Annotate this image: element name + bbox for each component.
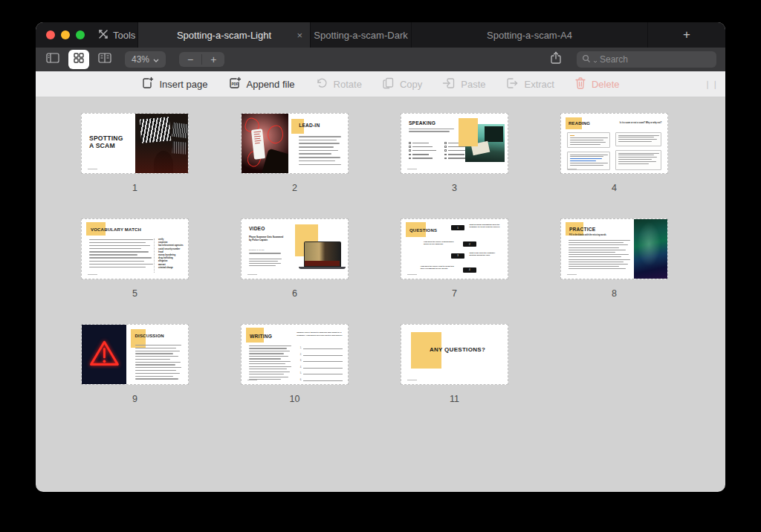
page-thumbnail-6[interactable]: VIDEO Phone Scammer Gets Scammed by Poli… [241,218,349,279]
page-number: 10 [290,394,300,404]
search-input[interactable] [600,54,689,65]
rotate-label: Rotate [334,79,362,90]
slide-title: LEAD-IN [299,123,320,128]
tab-spotting-a-scam-dark[interactable]: Spotting-a-scam-Dark [310,22,411,48]
slide-title: ANY QUESTIONS? [430,346,485,353]
slide-title: SPOTTINGA SCAM [89,134,123,149]
page-thumbnail-9[interactable]: DISCUSSION [81,324,189,385]
tab-spotting-a-scam-a4[interactable]: Spotting-a-scam-A4 [411,22,647,48]
zoom-level-dropdown[interactable]: 43% [125,51,166,68]
page-thumbnail-5[interactable]: VOCABULARY MATCH verifysuspicion law enf… [81,218,189,279]
minimize-window-button[interactable] [61,30,70,39]
insert-page-button[interactable]: Insert page [141,77,207,92]
chevron-down-icon [153,54,159,65]
slide-question: Is it a scam or not a scam? Why or why n… [620,122,664,125]
delete-label: Delete [592,79,620,90]
page-thumbnail-7[interactable]: QUESTIONS 1 What personal information do… [401,218,508,279]
page-actions-toolbar: Insert page PDF Append file Rotate [36,71,725,97]
page-cell: DISCUSSION 9 [55,324,215,429]
tab-label: Spotting-a-scam-A4 [487,30,572,41]
share-button[interactable] [550,51,562,68]
close-tab-icon[interactable]: × [297,30,302,41]
two-page-view-button[interactable] [95,51,114,68]
page-thumbnail-2[interactable]: LEAD-IN [241,113,349,174]
copy-label: Copy [400,79,422,90]
slide-photo [135,114,189,173]
tools-menu-button[interactable]: Tools [98,29,135,42]
page-thumbnail-8[interactable]: PRACTICE Fill in the blanks with the mis… [560,218,668,279]
insert-page-label: Insert page [159,79,207,90]
slide-title: SPEAKING [409,120,435,126]
append-file-label: Append file [247,79,295,90]
laptop-image [301,241,343,271]
slide-instruction: Imagine you're talking to someone who mi… [297,331,343,337]
warning-triangle-icon [89,334,120,372]
toolbar-overflow-handle[interactable]: ❘❘ [705,80,719,89]
slide-title: DISCUSSION [135,334,164,338]
page-number: 3 [452,183,457,193]
page-cell: QUESTIONS 1 What personal information do… [375,218,534,324]
page-number: 9 [132,394,137,404]
slide-title: VOCABULARY MATCH [91,227,141,232]
page-number: 1 [132,183,137,193]
page-thumbnail-11[interactable]: ANY QUESTIONS? [401,324,508,385]
copy-button[interactable]: Copy [382,77,422,92]
tab-label: Spotting-a-scam-Dark [314,30,407,41]
thumbnail-grid-view-button[interactable] [68,50,89,69]
grid-view-icon [74,53,84,66]
view-toolbar: 43% − + [36,48,725,71]
tools-label: Tools [113,30,135,41]
extract-label: Extract [524,79,554,90]
rotate-button[interactable]: Rotate [315,77,362,92]
page-cell: ANY QUESTIONS? 11 [375,324,534,429]
close-window-button[interactable] [46,30,55,39]
zoom-in-button[interactable]: + [202,52,224,67]
new-tab-button[interactable]: + [647,22,725,48]
page-cell: SPOTTINGA SCAM 1 [55,113,215,218]
page-cell: VOCABULARY MATCH verifysuspicion law enf… [55,218,215,324]
title-bar: Tools Spotting-a-scam-Light × Spotting-a… [36,22,725,48]
search-icon [582,53,591,66]
zoom-out-button[interactable]: − [179,52,201,67]
slide-title: READING [569,121,590,126]
page-number: 5 [132,288,137,299]
chevron-down-icon [593,53,598,66]
delete-button[interactable]: Delete [574,77,620,92]
append-file-button[interactable]: PDF Append file [228,77,295,92]
page-thumbnail-4[interactable]: READING Is it a scam or not a scam? Why … [560,113,668,174]
sidebar-icon [46,53,59,66]
tools-icon [98,29,109,42]
sidebar-toggle-button[interactable] [43,51,62,68]
page-number: 4 [612,183,617,193]
page-number: 7 [452,288,457,299]
rotate-icon [315,77,328,92]
copy-icon [382,77,395,92]
two-page-view-icon [98,53,111,66]
warning-photo [82,325,126,384]
paste-icon [442,77,456,92]
page-thumbnail-1[interactable]: SPOTTINGA SCAM [81,113,189,174]
insert-page-icon [141,77,154,92]
slide-title: WRITING [250,334,272,339]
trash-icon [574,77,586,92]
share-icon [550,54,562,67]
page-cell: SPEAKING 3 [375,113,534,218]
svg-text:PDF: PDF [231,82,238,85]
zoom-level-value: 43% [132,54,149,65]
zoom-stepper: − + [179,52,224,67]
page-thumbnail-3[interactable]: SPEAKING [401,113,508,174]
slide-title: PRACTICE [569,227,595,232]
search-field[interactable] [577,51,716,68]
extract-button[interactable]: Extract [505,77,554,92]
vocabulary-words: verifysuspicion law enforcement agencies… [158,239,187,270]
window-controls: Tools [36,22,137,48]
append-file-icon: PDF [228,77,242,92]
tab-spotting-a-scam-light[interactable]: Spotting-a-scam-Light × [137,22,310,48]
page-cell: READING Is it a scam or not a scam? Why … [534,113,694,218]
slide-title: VIDEO [249,226,265,231]
fullscreen-window-button[interactable] [76,30,85,39]
paste-button[interactable]: Paste [442,77,485,92]
page-cell: WRITING Imagine you're talking to someon… [215,324,375,429]
page-thumbnail-10[interactable]: WRITING Imagine you're talking to someon… [241,324,349,385]
video-duration: Duration: 5:48 min [249,249,264,251]
